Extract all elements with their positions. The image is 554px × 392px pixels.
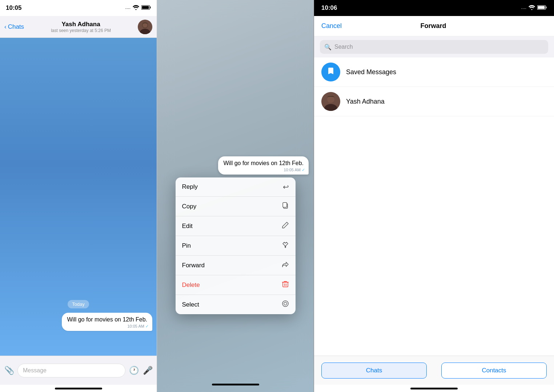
wifi-icon [133, 5, 139, 11]
context-menu: Reply ↩ Copy Edit [176, 177, 296, 314]
forward-icon [282, 261, 289, 270]
select-label: Select [182, 301, 199, 308]
battery-icon [537, 5, 547, 11]
date-divider: Today [68, 300, 89, 308]
menu-item-edit[interactable]: Edit [176, 216, 296, 236]
preview-time: 10:05 AM ✓ [284, 168, 305, 172]
pin-label: Pin [182, 242, 191, 249]
back-label: Chats [8, 23, 24, 31]
message-input[interactable]: Message [17, 364, 125, 377]
menu-item-forward[interactable]: Forward [176, 256, 296, 275]
nav-center: Yash Adhana last seen yesterday at 5:26 … [51, 21, 111, 33]
message-time: 10:05 AM ✓ [127, 324, 149, 329]
forward-item-saved[interactable]: Saved Messages [314, 57, 554, 87]
mic-icon[interactable]: 🎤 [142, 365, 153, 376]
preview-text: Will go for movies on 12th Feb. [223, 160, 304, 166]
input-placeholder: Message [23, 367, 47, 374]
status-time: 10:05 [6, 4, 21, 12]
nav-bar: ‹ Chats Yash Adhana last seen yesterday … [0, 16, 157, 38]
yash-adhana-name: Yash Adhana [346, 98, 385, 105]
user-avatar [321, 92, 340, 111]
svg-rect-14 [546, 7, 547, 8]
menu-item-delete[interactable]: Delete [176, 275, 296, 295]
panel-context-menu: Will go for movies on 12th Feb. 10:05 AM… [157, 0, 314, 392]
wifi-icon [529, 5, 535, 11]
home-indicator [314, 385, 554, 392]
status-time: 10:06 [321, 4, 337, 12]
home-indicator [0, 385, 157, 392]
chat-background: Today Will go for movies on 12th Feb. 10… [0, 38, 157, 356]
chats-tab[interactable]: Chats [321, 363, 427, 379]
delete-icon [282, 280, 289, 289]
reply-label: Reply [182, 183, 198, 191]
home-bar [212, 384, 259, 385]
forward-list: Saved Messages Yash Adhana [314, 57, 554, 356]
signal-icon: ···· [521, 5, 526, 11]
home-bar [410, 388, 458, 389]
menu-item-pin[interactable]: Pin [176, 236, 296, 256]
saved-messages-name: Saved Messages [346, 68, 396, 76]
panel-chat: 10:05 ···· ‹ Chats Yash Adhana last seen… [0, 0, 157, 392]
forward-title: Forward [421, 22, 446, 30]
svg-rect-1 [150, 7, 151, 8]
contact-status: last seen yesterday at 5:26 PM [51, 28, 111, 33]
back-button[interactable]: ‹ Chats [4, 23, 24, 31]
menu-item-copy[interactable]: Copy [176, 197, 296, 216]
message-bubble: Will go for movies on 12th Feb. 10:05 AM… [62, 313, 152, 331]
search-icon: 🔍 [324, 44, 332, 51]
signal-icon: ···· [125, 5, 131, 11]
cancel-button[interactable]: Cancel [321, 22, 342, 30]
status-icons: ···· [521, 5, 547, 11]
edit-icon [282, 221, 289, 231]
reply-icon: ↩ [283, 183, 289, 191]
emoji-icon[interactable]: 🕐 [128, 365, 139, 376]
search-container: 🔍 Search [314, 36, 554, 57]
copy-label: Copy [182, 203, 197, 210]
search-placeholder: Search [334, 44, 353, 50]
message-text: Will go for movies on 12th Feb. [67, 316, 147, 323]
select-icon [282, 300, 289, 309]
home-bar [55, 388, 102, 389]
search-bar[interactable]: 🔍 Search [320, 40, 548, 54]
svg-point-6 [142, 23, 148, 28]
chevron-left-icon: ‹ [4, 23, 7, 31]
svg-point-11 [282, 301, 288, 307]
contact-avatar[interactable] [138, 20, 152, 34]
edit-label: Edit [182, 223, 193, 230]
svg-point-12 [284, 302, 287, 305]
content: Will go for movies on 12th Feb. 10:05 AM… [157, 0, 314, 392]
copy-icon [282, 202, 289, 211]
svg-rect-10 [283, 282, 288, 287]
saved-messages-avatar [321, 63, 340, 81]
menu-item-select[interactable]: Select [176, 295, 296, 314]
svg-rect-8 [283, 203, 287, 207]
status-icons: ···· [125, 5, 151, 11]
input-bar: 📎 Message 🕐 🎤 [0, 356, 157, 385]
delete-label: Delete [182, 281, 200, 289]
status-bar: 10:06 ···· [314, 0, 554, 16]
pin-icon [282, 241, 289, 250]
contacts-tab[interactable]: Contacts [441, 363, 547, 379]
forward-label: Forward [182, 262, 205, 269]
message-preview: Will go for movies on 12th Feb. 10:05 AM… [218, 156, 309, 175]
status-bar: 10:05 ···· [0, 0, 157, 16]
bottom-tabs: Chats Contacts [314, 356, 554, 385]
home-indicator [157, 379, 314, 390]
svg-rect-15 [538, 6, 545, 9]
attachment-icon[interactable]: 📎 [4, 365, 15, 376]
contact-name: Yash Adhana [61, 21, 100, 28]
forward-item-yash[interactable]: Yash Adhana [314, 87, 554, 116]
menu-item-reply[interactable]: Reply ↩ [176, 177, 296, 197]
svg-rect-2 [142, 6, 149, 9]
panel-forward: 10:06 ···· Cancel Forward 🔍 Search [314, 0, 554, 392]
battery-icon [141, 5, 151, 11]
bookmark-icon [326, 67, 335, 77]
forward-nav: Cancel Forward [314, 16, 554, 36]
